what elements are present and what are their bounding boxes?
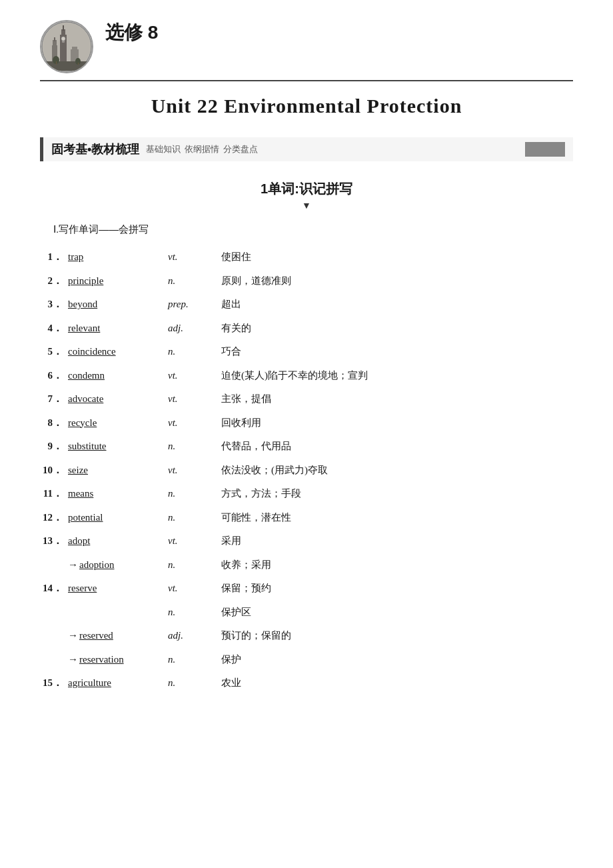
xuanxiu-label: 选修 8: [105, 20, 158, 45]
vocab-num: 11．: [40, 482, 65, 506]
table-row: 13． adopt vt. 采用: [40, 529, 573, 553]
vocab-meaning: 原则，道德准则: [219, 269, 573, 293]
vocab-num: 1．: [40, 245, 65, 269]
svg-rect-15: [56, 61, 57, 65]
svg-rect-4: [63, 25, 64, 31]
vocab-pos: adj.: [165, 624, 219, 648]
vocab-word: coincidence: [65, 340, 165, 364]
section-banner-sub-3: 分类盘点: [223, 143, 258, 155]
vocab-num: 4．: [40, 317, 65, 341]
vocab-num: 10．: [40, 459, 65, 483]
vocab-meaning: 使困住: [219, 245, 573, 269]
vocab-word: adopt: [65, 529, 165, 553]
vocab-meaning: 主张，提倡: [219, 387, 573, 411]
svg-rect-11: [72, 47, 77, 51]
vocab-meaning: 迫使(某人)陷于不幸的境地；宣判: [219, 364, 573, 388]
vocab-pos: vt.: [165, 459, 219, 483]
vocab-meaning: 保护区: [219, 601, 573, 625]
table-row: 8． recycle vt. 回收利用: [40, 411, 573, 435]
vocab-num: [40, 648, 65, 672]
vocab-pos: vt.: [165, 245, 219, 269]
vocab-pos: vt.: [165, 577, 219, 601]
vocab-pos: n.: [165, 648, 219, 672]
svg-rect-9: [54, 37, 55, 41]
vocab-meaning: 方式，方法；手段: [219, 482, 573, 506]
vocab-num: 15．: [40, 671, 65, 695]
vocab-word: →reserved: [65, 624, 165, 648]
header-area: 选修 8: [40, 20, 573, 73]
vocab-num: 8．: [40, 411, 65, 435]
vocab-word: potential: [65, 506, 165, 530]
vocab-num: [40, 553, 65, 577]
vocab-meaning: 超出: [219, 293, 573, 317]
table-row: 7． advocate vt. 主张，提倡: [40, 387, 573, 411]
vocab-word: condemn: [65, 364, 165, 388]
table-row-derived: →adoption n. 收养；采用: [40, 553, 573, 577]
table-row: 1． trap vt. 使困住: [40, 245, 573, 269]
vocab-pos: n.: [165, 671, 219, 695]
vocab-pos: n.: [165, 553, 219, 577]
vocab-num: 5．: [40, 340, 65, 364]
vocab-word: →reservation: [65, 648, 165, 672]
vocab-num: 6．: [40, 364, 65, 388]
table-row: n. 保护区: [40, 601, 573, 625]
section-banner-decoration: [525, 142, 565, 157]
vocab-num: 14．: [40, 577, 65, 601]
vocab-num: 9．: [40, 435, 65, 459]
vocab-word: substitute: [65, 435, 165, 459]
table-row: 15． agriculture n. 农业: [40, 671, 573, 695]
vocab-word: reserve: [65, 577, 165, 601]
page: 选修 8 Unit 22 Environmental Protection 固考…: [0, 0, 613, 868]
vocab-heading: 1单词:识记拼写: [40, 180, 573, 198]
header-divider: [40, 80, 573, 81]
vocab-table: 1． trap vt. 使困住 2． principle n. 原则，道德准则 …: [40, 245, 573, 695]
vocab-num: 2．: [40, 269, 65, 293]
table-row: 6． condemn vt. 迫使(某人)陷于不幸的境地；宣判: [40, 364, 573, 388]
vocab-num: 13．: [40, 529, 65, 553]
vocab-arrow: ▼: [40, 201, 573, 211]
vocab-meaning: 依法没收；(用武力)夺取: [219, 459, 573, 483]
logo-image: [40, 20, 93, 73]
vocab-meaning: 代替品，代用品: [219, 435, 573, 459]
vocab-pos: n.: [165, 340, 219, 364]
vocab-meaning: 巧合: [219, 340, 573, 364]
vocab-word: relevant: [65, 317, 165, 341]
subsection-title: Ⅰ.写作单词——会拼写: [53, 223, 573, 236]
vocab-meaning: 保护: [219, 648, 573, 672]
svg-point-6: [61, 37, 65, 41]
table-row-derived: →reservation n. 保护: [40, 648, 573, 672]
vocab-num: 12．: [40, 506, 65, 530]
table-row: 3． beyond prep. 超出: [40, 293, 573, 317]
vocab-meaning: 可能性，潜在性: [219, 506, 573, 530]
vocab-meaning: 保留；预约: [219, 577, 573, 601]
table-row: 9． substitute n. 代替品，代用品: [40, 435, 573, 459]
vocab-num: 7．: [40, 387, 65, 411]
table-row: 4． relevant adj. 有关的: [40, 317, 573, 341]
vocab-word: principle: [65, 269, 165, 293]
vocab-pos: vt.: [165, 529, 219, 553]
header-title-block: 选修 8: [105, 20, 158, 49]
svg-rect-16: [78, 63, 79, 65]
vocab-pos: n.: [165, 482, 219, 506]
vocab-word: recycle: [65, 411, 165, 435]
section-banner-sub-2: 依纲据情: [185, 143, 219, 155]
section-banner: 固考基•教材梳理 基础知识 依纲据情 分类盘点: [40, 137, 573, 161]
section-banner-sub-1: 基础知识: [146, 143, 181, 155]
table-row: 11． means n. 方式，方法；手段: [40, 482, 573, 506]
vocab-word: agriculture: [65, 671, 165, 695]
table-row: 10． seize vt. 依法没收；(用武力)夺取: [40, 459, 573, 483]
table-row: 14． reserve vt. 保留；预约: [40, 577, 573, 601]
vocab-pos: n.: [165, 269, 219, 293]
svg-rect-12: [43, 61, 91, 71]
vocab-pos: vt.: [165, 411, 219, 435]
table-row-derived: →reserved adj. 预订的；保留的: [40, 624, 573, 648]
vocab-meaning: 有关的: [219, 317, 573, 341]
vocab-word: advocate: [65, 387, 165, 411]
unit-title: Unit 22 Environmental Protection: [40, 95, 573, 117]
vocab-word: [65, 601, 165, 625]
vocab-heading-text: 1单词:识记拼写: [261, 181, 352, 196]
vocab-num: 3．: [40, 293, 65, 317]
table-row: 2． principle n. 原则，道德准则: [40, 269, 573, 293]
vocab-meaning: 预订的；保留的: [219, 624, 573, 648]
vocab-pos: prep.: [165, 293, 219, 317]
